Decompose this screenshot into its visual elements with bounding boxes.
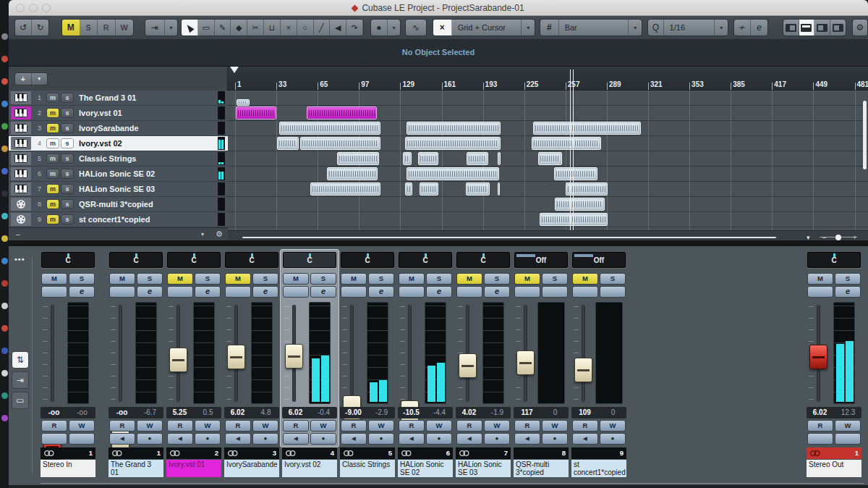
track-mute-button[interactable]: m: [46, 138, 59, 148]
routing-view-button[interactable]: ⇥: [12, 371, 29, 389]
event-clip[interactable]: [420, 182, 438, 195]
write-automation-button[interactable]: W: [310, 420, 336, 432]
channel-name[interactable]: IvorySarabande: [224, 460, 279, 477]
iterative-quantize-icon[interactable]: ≁: [734, 20, 751, 35]
volume-fader[interactable]: [809, 345, 827, 369]
chevron-down-icon[interactable]: ▾: [31, 73, 48, 85]
monitor-button[interactable]: ◀: [456, 433, 482, 445]
event-clip[interactable]: [566, 182, 608, 195]
track-mute-button[interactable]: m: [46, 169, 59, 179]
track-mute-button[interactable]: m: [46, 93, 59, 103]
scrub-tool[interactable]: ↷: [346, 20, 363, 35]
listen-button[interactable]: [167, 286, 193, 298]
dock-icon[interactable]: [1, 123, 8, 130]
channel-mute-button[interactable]: M: [225, 273, 251, 285]
volume-fader[interactable]: [459, 353, 477, 378]
draw-tool[interactable]: ✎: [215, 20, 231, 35]
write-automation-button[interactable]: W: [484, 420, 510, 432]
event-clip[interactable]: [310, 182, 380, 195]
dock-icon[interactable]: [1, 168, 8, 174]
dock-icon[interactable]: [1, 56, 8, 62]
channel-solo-button[interactable]: S: [310, 273, 336, 285]
channel-mute-button[interactable]: M: [514, 273, 540, 285]
write-automation-button[interactable]: W: [137, 420, 163, 432]
mixer-channel-strip[interactable]: C M S e -oo -6.7 R W ◀ ● 1: [109, 252, 163, 477]
channel-solo-button[interactable]: S: [69, 273, 95, 285]
track-mute-button[interactable]: m: [46, 153, 59, 164]
quantize-panel-icon[interactable]: e: [751, 20, 767, 35]
pan-control[interactable]: Off: [572, 252, 626, 268]
channel-mute-button[interactable]: M: [41, 273, 67, 285]
listen-button[interactable]: [456, 286, 482, 298]
monitor-button[interactable]: ◀: [109, 433, 135, 445]
dock-icon[interactable]: [1, 280, 8, 287]
event-clip[interactable]: [307, 106, 377, 119]
monitor-view-button[interactable]: ▭: [12, 392, 29, 409]
event-clip[interactable]: [466, 182, 490, 195]
track-solo-button[interactable]: s: [61, 93, 74, 103]
mixer-channel-strip[interactable]: Off M S 117 0 R W ◀ ● 8: [514, 252, 569, 477]
record-enable-button[interactable]: ●: [195, 433, 221, 445]
read-automation-button[interactable]: R: [225, 420, 251, 432]
write-automation-button[interactable]: W: [195, 420, 221, 432]
record-enable-button[interactable]: ●: [310, 433, 336, 445]
event-clip[interactable]: [533, 122, 641, 135]
horizontal-scrollbar[interactable]: [242, 237, 776, 238]
channel-name[interactable]: Stereo In: [41, 460, 95, 477]
dock-icon[interactable]: [1, 78, 8, 85]
snap-type-select[interactable]: Grid + Cursor: [452, 20, 522, 35]
read-automation-button[interactable]: R: [167, 420, 193, 432]
listen-button[interactable]: [109, 286, 135, 298]
listen-button[interactable]: [341, 286, 367, 298]
faders-view-button[interactable]: ⇅: [12, 351, 29, 369]
listen-button[interactable]: [225, 286, 251, 298]
timeline-ruler[interactable]: 1336597129161193225257289321353385417449…: [228, 67, 868, 91]
dock-icon[interactable]: [1, 235, 8, 242]
channel-mute-button[interactable]: M: [167, 273, 193, 285]
record-enable-button[interactable]: ●: [600, 433, 626, 445]
range-selection-tool[interactable]: ▭: [198, 20, 215, 35]
autoscroll-dropdown[interactable]: ▾: [165, 20, 177, 35]
grid-type-dropdown[interactable]: ▾: [629, 20, 642, 35]
channel-edit-button[interactable]: e: [368, 286, 394, 298]
write-all-button[interactable]: W: [116, 20, 133, 35]
vertical-scrollbar[interactable]: [863, 101, 867, 169]
event-clip[interactable]: [236, 106, 276, 119]
channel-solo-button[interactable]: S: [368, 273, 394, 285]
track-row[interactable]: 5 m s Classic Strings: [9, 151, 228, 167]
event-clip[interactable]: [540, 213, 608, 226]
zoom-out-tracks-icon[interactable]: ‒: [16, 230, 20, 238]
event-clip[interactable]: [498, 152, 501, 165]
event-clip[interactable]: [467, 152, 488, 165]
event-clip[interactable]: [407, 167, 499, 180]
event-clip[interactable]: [403, 152, 412, 165]
gear-icon[interactable]: ⚙: [853, 20, 867, 35]
glue-tool[interactable]: ⊔: [264, 20, 281, 35]
track-solo-button[interactable]: s: [61, 123, 74, 133]
write-automation-button[interactable]: W: [542, 420, 568, 432]
dock-icon[interactable]: [1, 258, 8, 264]
mixer-channel-strip[interactable]: C M S e 6.02 4.8 R W ◀ ● 3: [224, 252, 279, 477]
listen-button[interactable]: [807, 286, 833, 298]
channel-solo-button[interactable]: S: [484, 273, 510, 285]
dock-icon[interactable]: [1, 325, 8, 332]
channel-mute-button[interactable]: M: [341, 273, 367, 285]
channel-solo-button[interactable]: S: [137, 273, 163, 285]
event-clip[interactable]: [418, 152, 438, 165]
read-automation-button[interactable]: R: [807, 420, 833, 432]
right-zone-button[interactable]: [814, 20, 830, 35]
write-automation-button[interactable]: W: [368, 420, 394, 432]
record-enable-button[interactable]: [835, 433, 861, 445]
track-settings-gear-icon[interactable]: ⚙: [216, 230, 223, 239]
pan-control[interactable]: C: [41, 252, 95, 268]
quantize-dropdown[interactable]: ▾: [715, 20, 728, 35]
arrange-area[interactable]: 1336597129161193225257289321353385417449…: [228, 67, 868, 243]
listen-button[interactable]: [399, 286, 425, 298]
undo-button[interactable]: ↺: [15, 20, 32, 35]
channel-edit-button[interactable]: e: [69, 286, 95, 298]
zoom-slider-handle[interactable]: [835, 235, 841, 240]
monitor-button[interactable]: ◀: [341, 433, 367, 445]
track-mute-button[interactable]: m: [46, 123, 59, 133]
dock-icon[interactable]: [1, 370, 8, 376]
track-row[interactable]: 4 m s Ivory.vst 02: [9, 136, 228, 151]
